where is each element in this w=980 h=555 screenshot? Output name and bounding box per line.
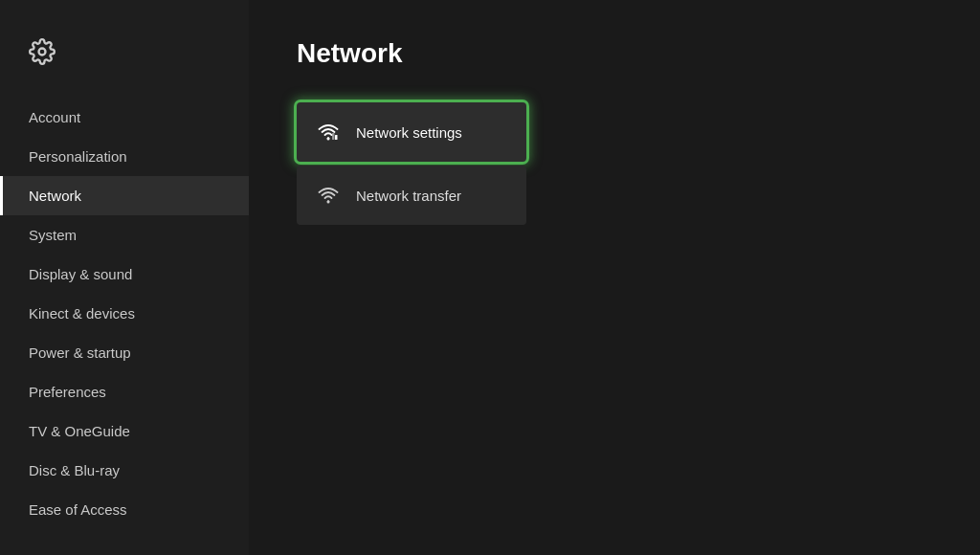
network-settings-item[interactable]: Network settings (297, 102, 526, 162)
svg-point-4 (327, 201, 330, 204)
sidebar-item-ease-of-access[interactable]: Ease of Access (0, 490, 249, 529)
svg-point-1 (327, 138, 330, 141)
sidebar-item-personalization[interactable]: Personalization (0, 137, 249, 176)
sidebar-item-power-startup[interactable]: Power & startup (0, 333, 249, 372)
sidebar-item-account[interactable]: Account (0, 98, 249, 137)
sidebar-item-preferences[interactable]: Preferences (0, 372, 249, 411)
page-title: Network (297, 38, 932, 69)
gear-icon (29, 38, 56, 65)
svg-point-0 (39, 49, 46, 56)
sidebar-item-tv-oneguide[interactable]: TV & OneGuide (0, 411, 249, 451)
sidebar-item-kinect-devices[interactable]: Kinect & devices (0, 294, 249, 333)
network-transfer-label: Network transfer (356, 188, 461, 204)
network-settings-label: Network settings (356, 124, 462, 141)
network-transfer-item[interactable]: Network transfer (297, 166, 526, 225)
sidebar-item-system[interactable]: System (0, 215, 249, 255)
wifi-transfer-icon (316, 183, 341, 208)
network-menu-list: Network settings Network transfer (297, 102, 526, 225)
sidebar-navigation: Account Personalization Network System D… (0, 98, 249, 529)
svg-rect-3 (332, 133, 335, 140)
svg-rect-2 (335, 135, 338, 140)
sidebar: Account Personalization Network System D… (0, 0, 249, 555)
sidebar-item-display-sound[interactable]: Display & sound (0, 255, 249, 294)
wifi-settings-icon (316, 120, 341, 144)
main-content: Network Network settings (249, 0, 980, 555)
sidebar-item-disc-bluray[interactable]: Disc & Blu-ray (0, 451, 249, 490)
gear-icon-container[interactable] (0, 29, 249, 98)
sidebar-item-network[interactable]: Network (0, 176, 249, 215)
